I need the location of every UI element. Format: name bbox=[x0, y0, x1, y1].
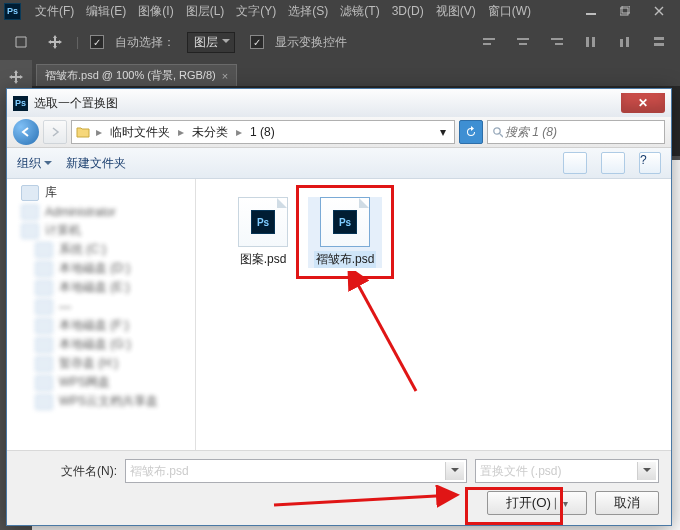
svg-rect-3 bbox=[483, 38, 495, 40]
chevron-right-icon: ▸ bbox=[176, 125, 186, 139]
chevron-right-icon: ▸ bbox=[234, 125, 244, 139]
align-icon-2[interactable] bbox=[510, 29, 536, 55]
chevron-right-icon: ▸ bbox=[94, 125, 104, 139]
file-filter-combo[interactable]: 置换文件 (.psd) bbox=[475, 459, 659, 483]
sidebar-item[interactable]: 系统 (C:) bbox=[7, 240, 195, 259]
svg-rect-8 bbox=[555, 43, 563, 45]
svg-rect-11 bbox=[620, 39, 623, 47]
dialog-title: 选取一个置换图 bbox=[34, 95, 118, 112]
refresh-button[interactable] bbox=[459, 120, 483, 144]
places-sidebar[interactable]: 库 Administrator 计算机 系统 (C:) 本地磁盘 (D:) 本地… bbox=[7, 179, 196, 450]
search-icon bbox=[492, 126, 503, 138]
sidebar-item[interactable]: 暂存盘 (H:) bbox=[7, 354, 195, 373]
svg-rect-12 bbox=[626, 37, 629, 47]
menu-filter[interactable]: 滤镜(T) bbox=[334, 3, 385, 20]
folder-icon bbox=[72, 126, 94, 138]
sidebar-item[interactable]: 本地磁盘 (F:) bbox=[7, 316, 195, 335]
sidebar-item[interactable]: 本地磁盘 (E:) bbox=[7, 278, 195, 297]
file-list[interactable]: Ps 图案.psd Ps 褶皱布.psd bbox=[196, 179, 671, 450]
align-icon-5[interactable] bbox=[612, 29, 638, 55]
chevron-down-icon bbox=[44, 161, 52, 169]
auto-select-label: 自动选择： bbox=[115, 34, 175, 51]
svg-rect-2 bbox=[622, 6, 630, 13]
sidebar-item[interactable]: 本地磁盘 (D:) bbox=[7, 259, 195, 278]
auto-select-target-dropdown[interactable]: 图层 bbox=[187, 32, 235, 53]
filter-value: 置换文件 (.psd) bbox=[480, 463, 562, 480]
svg-rect-0 bbox=[586, 13, 596, 15]
document-tab-label: 褶皱布.psd @ 100% (背景, RGB/8) bbox=[45, 68, 216, 83]
nav-back-button[interactable] bbox=[13, 119, 39, 145]
align-icon-4[interactable] bbox=[578, 29, 604, 55]
dialog-ps-icon: Ps bbox=[13, 96, 28, 111]
crumb-2[interactable]: 未分类 bbox=[186, 121, 234, 143]
open-button[interactable]: 打开(O) ▏▾ bbox=[487, 491, 587, 515]
annotation-arrow-icon bbox=[269, 485, 469, 515]
filename-value: 褶皱布.psd bbox=[130, 463, 189, 480]
menu-image[interactable]: 图像(I) bbox=[132, 3, 179, 20]
menu-3d[interactable]: 3D(D) bbox=[386, 4, 430, 18]
sidebar-item-libraries[interactable]: 库 bbox=[7, 183, 195, 202]
file-item[interactable]: Ps 图案.psd bbox=[226, 197, 300, 268]
window-restore-button[interactable] bbox=[608, 0, 642, 22]
svg-rect-4 bbox=[483, 43, 491, 45]
show-transform-label: 显示变换控件 bbox=[275, 34, 347, 51]
crumb-1[interactable]: 临时文件夹 bbox=[104, 121, 176, 143]
svg-line-17 bbox=[274, 495, 454, 505]
nav-forward-button[interactable] bbox=[43, 120, 67, 144]
sidebar-item[interactable]: 本地磁盘 (G:) bbox=[7, 335, 195, 354]
menu-file[interactable]: 文件(F) bbox=[29, 3, 80, 20]
svg-rect-14 bbox=[654, 43, 664, 46]
move-tool-icon[interactable] bbox=[42, 29, 68, 55]
window-close-button[interactable] bbox=[642, 0, 676, 22]
help-icon[interactable]: ? bbox=[639, 152, 661, 174]
dialog-close-button[interactable]: ✕ bbox=[621, 93, 665, 113]
menu-view[interactable]: 视图(V) bbox=[430, 3, 482, 20]
svg-rect-9 bbox=[586, 37, 589, 47]
file-label: 褶皱布.psd bbox=[314, 251, 377, 268]
search-input[interactable] bbox=[487, 120, 665, 144]
sidebar-item[interactable]: — bbox=[7, 297, 195, 316]
new-folder-button[interactable]: 新建文件夹 bbox=[66, 155, 126, 172]
svg-rect-10 bbox=[592, 37, 595, 47]
menu-window[interactable]: 窗口(W) bbox=[482, 3, 537, 20]
show-transform-checkbox[interactable] bbox=[250, 35, 264, 49]
view-mode-icon[interactable] bbox=[563, 152, 587, 174]
sidebar-item[interactable]: 计算机 bbox=[7, 221, 195, 240]
align-icon-6[interactable] bbox=[646, 29, 672, 55]
window-minimize-button[interactable] bbox=[574, 0, 608, 22]
annotation-arrow-icon bbox=[346, 271, 426, 401]
file-label: 图案.psd bbox=[240, 251, 287, 268]
sidebar-item[interactable]: WPS云文档共享盘 bbox=[7, 392, 195, 411]
close-tab-icon[interactable]: × bbox=[222, 70, 228, 82]
document-tab[interactable]: 褶皱布.psd @ 100% (背景, RGB/8) × bbox=[36, 64, 237, 86]
menu-edit[interactable]: 编辑(E) bbox=[80, 3, 132, 20]
file-item-selected[interactable]: Ps 褶皱布.psd bbox=[308, 197, 382, 268]
breadcrumb-dropdown-icon[interactable]: ▾ bbox=[432, 125, 454, 139]
search-field[interactable] bbox=[503, 124, 660, 140]
breadcrumb[interactable]: ▸ 临时文件夹 ▸ 未分类 ▸ 1 (8) ▾ bbox=[71, 120, 455, 144]
svg-rect-6 bbox=[519, 43, 527, 45]
svg-rect-5 bbox=[517, 38, 529, 40]
align-icon-1[interactable] bbox=[476, 29, 502, 55]
auto-select-checkbox[interactable] bbox=[90, 35, 104, 49]
menu-select[interactable]: 选择(S) bbox=[282, 3, 334, 20]
chevron-down-icon bbox=[643, 468, 651, 476]
chevron-down-icon bbox=[451, 468, 459, 476]
sidebar-item[interactable]: WPS网盘 bbox=[7, 373, 195, 392]
sidebar-item[interactable]: Administrator bbox=[7, 202, 195, 221]
svg-rect-1 bbox=[620, 8, 628, 15]
cancel-button[interactable]: 取消 bbox=[595, 491, 659, 515]
ps-logo-icon: Ps bbox=[4, 3, 21, 20]
psd-file-icon: Ps bbox=[238, 197, 288, 247]
organize-menu[interactable]: 组织 bbox=[17, 155, 52, 172]
filename-label: 文件名(N): bbox=[19, 463, 117, 480]
crumb-3[interactable]: 1 (8) bbox=[244, 121, 281, 143]
home-icon[interactable] bbox=[8, 29, 34, 55]
align-icon-3[interactable] bbox=[544, 29, 570, 55]
svg-rect-13 bbox=[654, 37, 664, 40]
menu-type[interactable]: 文字(Y) bbox=[230, 3, 282, 20]
svg-point-15 bbox=[494, 128, 500, 134]
filename-combo[interactable]: 褶皱布.psd bbox=[125, 459, 467, 483]
preview-pane-icon[interactable] bbox=[601, 152, 625, 174]
menu-layer[interactable]: 图层(L) bbox=[180, 3, 231, 20]
